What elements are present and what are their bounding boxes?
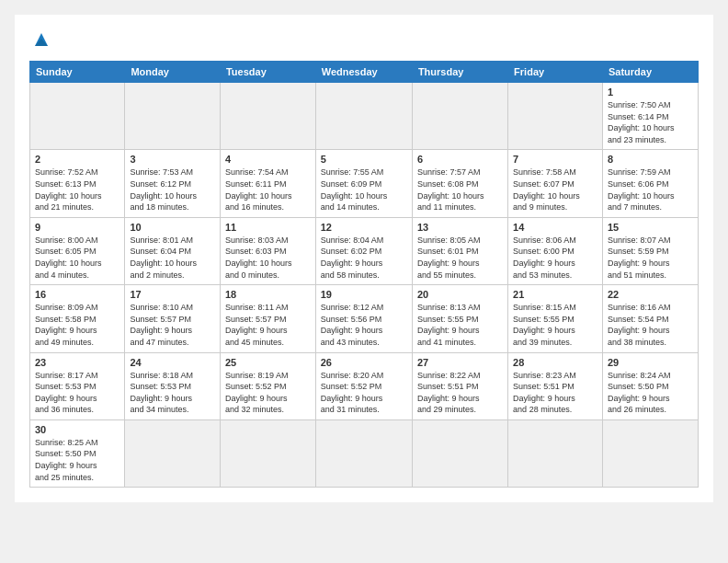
- calendar-cell: [315, 419, 412, 487]
- day-info: Sunrise: 8:03 AM Sunset: 6:03 PM Dayligh…: [225, 235, 311, 281]
- calendar-header-saturday: Saturday: [602, 62, 698, 83]
- calendar-cell: 24Sunrise: 8:18 AM Sunset: 5:53 PM Dayli…: [125, 352, 221, 419]
- calendar-cell: 5Sunrise: 7:55 AM Sunset: 6:09 PM Daylig…: [315, 150, 412, 217]
- day-info: Sunrise: 8:15 AM Sunset: 5:55 PM Dayligh…: [513, 302, 597, 348]
- day-info: Sunrise: 7:54 AM Sunset: 6:11 PM Dayligh…: [225, 167, 311, 213]
- calendar-header-wednesday: Wednesday: [315, 62, 412, 83]
- day-number: 6: [417, 154, 503, 165]
- day-info: Sunrise: 8:18 AM Sunset: 5:53 PM Dayligh…: [130, 370, 215, 416]
- day-info: Sunrise: 8:25 AM Sunset: 5:50 PM Dayligh…: [35, 437, 119, 483]
- day-number: 3: [130, 154, 215, 165]
- header: [29, 29, 699, 50]
- day-info: Sunrise: 8:04 AM Sunset: 6:02 PM Dayligh…: [321, 235, 407, 281]
- calendar-cell: [125, 419, 221, 487]
- day-number: 16: [35, 289, 119, 300]
- day-number: 11: [225, 222, 311, 233]
- day-number: 13: [417, 222, 503, 233]
- day-number: 22: [608, 289, 693, 300]
- calendar-cell: 30Sunrise: 8:25 AM Sunset: 5:50 PM Dayli…: [30, 419, 125, 487]
- calendar: SundayMondayTuesdayWednesdayThursdayFrid…: [29, 61, 699, 488]
- calendar-header-tuesday: Tuesday: [220, 62, 315, 83]
- day-info: Sunrise: 8:17 AM Sunset: 5:53 PM Dayligh…: [35, 370, 119, 416]
- day-number: 25: [225, 357, 311, 368]
- calendar-week-5: 30Sunrise: 8:25 AM Sunset: 5:50 PM Dayli…: [30, 419, 699, 487]
- calendar-cell: 9Sunrise: 8:00 AM Sunset: 6:05 PM Daylig…: [30, 217, 125, 284]
- day-info: Sunrise: 7:58 AM Sunset: 6:07 PM Dayligh…: [513, 167, 597, 213]
- calendar-cell: 13Sunrise: 8:05 AM Sunset: 6:01 PM Dayli…: [412, 217, 507, 284]
- calendar-cell: 1Sunrise: 7:50 AM Sunset: 6:14 PM Daylig…: [602, 83, 698, 150]
- day-number: 4: [225, 154, 311, 165]
- calendar-cell: [508, 419, 603, 487]
- calendar-cell: 18Sunrise: 8:11 AM Sunset: 5:57 PM Dayli…: [220, 285, 315, 352]
- day-info: Sunrise: 8:16 AM Sunset: 5:54 PM Dayligh…: [608, 302, 693, 348]
- day-number: 17: [130, 289, 215, 300]
- calendar-cell: 2Sunrise: 7:52 AM Sunset: 6:13 PM Daylig…: [30, 150, 125, 217]
- calendar-cell: [220, 419, 315, 487]
- day-info: Sunrise: 8:06 AM Sunset: 6:00 PM Dayligh…: [513, 235, 597, 281]
- calendar-cell: 27Sunrise: 8:22 AM Sunset: 5:51 PM Dayli…: [412, 352, 507, 419]
- day-info: Sunrise: 8:22 AM Sunset: 5:51 PM Dayligh…: [417, 370, 503, 416]
- calendar-cell: 16Sunrise: 8:09 AM Sunset: 5:58 PM Dayli…: [30, 285, 125, 352]
- day-number: 28: [513, 357, 597, 368]
- day-number: 26: [321, 357, 407, 368]
- day-number: 7: [513, 154, 597, 165]
- day-info: Sunrise: 8:11 AM Sunset: 5:57 PM Dayligh…: [225, 302, 311, 348]
- calendar-cell: 17Sunrise: 8:10 AM Sunset: 5:57 PM Dayli…: [125, 285, 221, 352]
- day-info: Sunrise: 8:05 AM Sunset: 6:01 PM Dayligh…: [417, 235, 503, 281]
- day-info: Sunrise: 8:10 AM Sunset: 5:57 PM Dayligh…: [130, 302, 215, 348]
- day-number: 9: [35, 222, 119, 233]
- calendar-cell: [30, 83, 125, 150]
- calendar-cell: [412, 83, 507, 150]
- day-number: 1: [608, 86, 693, 98]
- day-number: 5: [321, 154, 407, 165]
- calendar-header-sunday: Sunday: [30, 62, 125, 83]
- day-number: 27: [417, 357, 503, 368]
- day-number: 8: [608, 154, 693, 165]
- day-info: Sunrise: 8:09 AM Sunset: 5:58 PM Dayligh…: [35, 302, 119, 348]
- day-info: Sunrise: 8:01 AM Sunset: 6:04 PM Dayligh…: [130, 235, 215, 281]
- calendar-cell: 20Sunrise: 8:13 AM Sunset: 5:55 PM Dayli…: [412, 285, 507, 352]
- calendar-cell: 23Sunrise: 8:17 AM Sunset: 5:53 PM Dayli…: [30, 352, 125, 419]
- day-number: 14: [513, 222, 597, 233]
- calendar-header-thursday: Thursday: [412, 62, 507, 83]
- calendar-cell: 28Sunrise: 8:23 AM Sunset: 5:51 PM Dayli…: [508, 352, 603, 419]
- day-number: 10: [130, 222, 215, 233]
- calendar-cell: 21Sunrise: 8:15 AM Sunset: 5:55 PM Dayli…: [508, 285, 603, 352]
- calendar-cell: 7Sunrise: 7:58 AM Sunset: 6:07 PM Daylig…: [508, 150, 603, 217]
- calendar-cell: 4Sunrise: 7:54 AM Sunset: 6:11 PM Daylig…: [220, 150, 315, 217]
- calendar-week-3: 16Sunrise: 8:09 AM Sunset: 5:58 PM Dayli…: [30, 285, 699, 352]
- day-info: Sunrise: 8:23 AM Sunset: 5:51 PM Dayligh…: [513, 370, 597, 416]
- calendar-header-row: SundayMondayTuesdayWednesdayThursdayFrid…: [30, 62, 699, 83]
- calendar-header-monday: Monday: [125, 62, 221, 83]
- calendar-cell: [412, 419, 507, 487]
- calendar-cell: 15Sunrise: 8:07 AM Sunset: 5:59 PM Dayli…: [602, 217, 698, 284]
- day-info: Sunrise: 7:50 AM Sunset: 6:14 PM Dayligh…: [608, 99, 693, 145]
- page: SundayMondayTuesdayWednesdayThursdayFrid…: [15, 15, 713, 502]
- day-info: Sunrise: 7:53 AM Sunset: 6:12 PM Dayligh…: [130, 167, 215, 213]
- calendar-cell: 6Sunrise: 7:57 AM Sunset: 6:08 PM Daylig…: [412, 150, 507, 217]
- day-number: 29: [608, 357, 693, 368]
- day-info: Sunrise: 8:07 AM Sunset: 5:59 PM Dayligh…: [608, 235, 693, 281]
- calendar-cell: 3Sunrise: 7:53 AM Sunset: 6:12 PM Daylig…: [125, 150, 221, 217]
- logo: [29, 29, 51, 50]
- calendar-cell: 14Sunrise: 8:06 AM Sunset: 6:00 PM Dayli…: [508, 217, 603, 284]
- calendar-cell: 26Sunrise: 8:20 AM Sunset: 5:52 PM Dayli…: [315, 352, 412, 419]
- calendar-cell: [125, 83, 221, 150]
- day-number: 23: [35, 357, 119, 368]
- calendar-cell: [602, 419, 698, 487]
- calendar-cell: [220, 83, 315, 150]
- calendar-cell: [508, 83, 603, 150]
- day-info: Sunrise: 8:19 AM Sunset: 5:52 PM Dayligh…: [225, 370, 311, 416]
- day-info: Sunrise: 8:12 AM Sunset: 5:56 PM Dayligh…: [321, 302, 407, 348]
- calendar-week-0: 1Sunrise: 7:50 AM Sunset: 6:14 PM Daylig…: [30, 83, 699, 150]
- calendar-cell: 22Sunrise: 8:16 AM Sunset: 5:54 PM Dayli…: [602, 285, 698, 352]
- day-info: Sunrise: 7:59 AM Sunset: 6:06 PM Dayligh…: [608, 167, 693, 213]
- day-number: 21: [513, 289, 597, 300]
- day-number: 30: [35, 424, 119, 435]
- day-number: 18: [225, 289, 311, 300]
- day-number: 20: [417, 289, 503, 300]
- calendar-cell: 25Sunrise: 8:19 AM Sunset: 5:52 PM Dayli…: [220, 352, 315, 419]
- day-number: 15: [608, 222, 693, 233]
- calendar-header-friday: Friday: [508, 62, 603, 83]
- calendar-cell: 8Sunrise: 7:59 AM Sunset: 6:06 PM Daylig…: [602, 150, 698, 217]
